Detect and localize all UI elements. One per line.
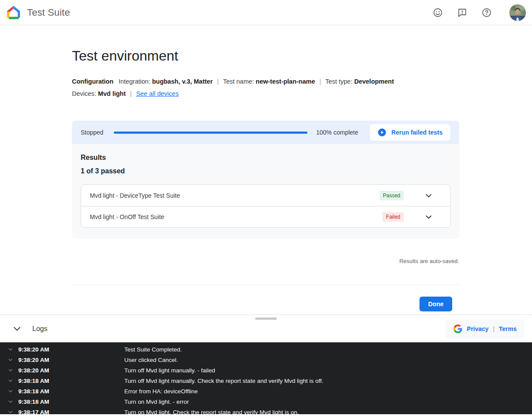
privacy-link[interactable]: Privacy <box>467 325 489 332</box>
log-message: Turn off Mvd light manually. - failed <box>124 367 215 374</box>
legal-card: Privacy | Terms <box>445 319 525 338</box>
integration-value: bugbash, v.3, Matter <box>152 78 213 85</box>
log-row: 9:38:18 AM Turn off Mvd light manually. … <box>0 375 532 386</box>
chevron-down-icon[interactable] <box>7 346 15 353</box>
result-name: Mvd light - OnOff Test Suite <box>90 213 382 220</box>
separator: | <box>130 90 132 97</box>
log-timestamp: 9:38:20 AM <box>18 346 124 353</box>
chevron-down-icon[interactable] <box>7 388 15 395</box>
results-section: Results 1 of 3 passed Mvd light - Device… <box>72 144 459 239</box>
see-all-devices-link[interactable]: See all devices <box>136 90 179 97</box>
log-timestamp: 9:38:18 AM <box>18 399 124 405</box>
chevron-down-icon[interactable] <box>7 367 15 374</box>
rerun-button-label: Rerun failed tests <box>392 129 443 136</box>
log-message: Turn off Mvd light manually. Check the r… <box>124 378 323 384</box>
footer-divider <box>72 285 459 285</box>
app-header: Test Suite <box>0 0 532 25</box>
test-name-label: Test name: <box>223 78 254 85</box>
page-title: Test environment <box>72 48 459 64</box>
log-row: 9:38:20 AM User clicked Cancel. <box>0 355 532 365</box>
log-message: Turn on Mvd light. Check the report stat… <box>124 409 299 415</box>
log-panel: 9:38:20 AM Test Suite Completed. 9:38:20… <box>0 342 532 414</box>
log-timestamp: 9:38:18 AM <box>18 378 124 384</box>
avatar[interactable] <box>509 4 526 21</box>
logs-bar: Logs Privacy | Terms <box>0 314 532 342</box>
status-card: Stopped 100% complete Rerun failed tests… <box>72 121 459 239</box>
separator: | <box>217 78 219 85</box>
chevron-down-icon[interactable] <box>424 212 433 222</box>
avatar-image <box>509 4 526 21</box>
result-name: Mvd light - DeviceType Test Suite <box>90 192 379 199</box>
test-type-label: Test type: <box>325 78 352 85</box>
main-content: Test environment Configuration Integrati… <box>72 48 459 311</box>
configuration-line: Configuration Integration: bugbash, v.3,… <box>72 75 459 88</box>
done-button[interactable]: Done <box>419 297 452 311</box>
log-timestamp: 9:38:18 AM <box>18 388 124 395</box>
separator: | <box>493 325 494 332</box>
log-message: Turn on Mvd light. - error <box>124 399 189 405</box>
done-row: Done <box>72 297 459 311</box>
log-message: Error from HA: deviceOffline <box>124 388 198 395</box>
results-list: Mvd light - DeviceType Test Suite Passed… <box>81 184 450 228</box>
configuration-block: Configuration Integration: bugbash, v.3,… <box>72 75 459 100</box>
send-feedback-icon[interactable] <box>457 7 467 18</box>
status-badge-passed: Passed <box>379 191 404 200</box>
log-message: User clicked Cancel. <box>124 357 178 363</box>
feedback-smiley-icon[interactable] <box>433 7 443 18</box>
log-timestamp: 9:38:20 AM <box>18 367 124 374</box>
log-row: 9:38:20 AM Test Suite Completed. <box>0 344 532 355</box>
results-title: Results <box>81 154 450 162</box>
chevron-down-icon[interactable] <box>7 377 15 384</box>
log-row: 9:38:18 AM Error from HA: deviceOffline <box>0 386 532 396</box>
status-badge-failed: Failed <box>382 212 404 222</box>
progress-label: 100% complete <box>316 129 358 136</box>
progress-bar-fill <box>114 132 307 134</box>
log-timestamp: 9:38:20 AM <box>18 357 124 363</box>
help-icon[interactable] <box>481 7 492 18</box>
log-row: 9:38:18 AM Turn on Mvd light. - error <box>0 396 532 407</box>
log-timestamp: 9:38:17 AM <box>18 409 124 415</box>
separator: | <box>320 78 321 85</box>
integration-label: Integration: <box>119 78 150 85</box>
result-row[interactable]: Mvd light - OnOff Test Suite Failed <box>81 206 450 227</box>
progress-bar <box>114 132 307 134</box>
configuration-label: Configuration <box>72 78 113 85</box>
logs-title: Logs <box>32 325 48 333</box>
test-name-value: new-test-plan-name <box>256 78 315 85</box>
log-row: 9:38:20 AM Turn off Mvd light manually. … <box>0 365 532 375</box>
result-row[interactable]: Mvd light - DeviceType Test Suite Passed <box>81 185 450 206</box>
chevron-down-icon[interactable] <box>424 191 433 200</box>
progress-strip: Stopped 100% complete Rerun failed tests <box>72 121 459 144</box>
log-message: Test Suite Completed. <box>124 346 182 353</box>
rerun-failed-tests-button[interactable]: Rerun failed tests <box>370 124 450 141</box>
panel-drag-handle[interactable] <box>255 318 277 320</box>
google-home-logo-icon <box>6 5 21 20</box>
play-icon <box>378 128 386 137</box>
devices-label: Devices: <box>72 90 96 97</box>
status-state: Stopped <box>81 129 103 136</box>
chevron-down-icon[interactable] <box>7 356 15 363</box>
test-type-value: Development <box>354 78 394 85</box>
devices-value: Mvd light <box>98 90 126 97</box>
terms-link[interactable]: Terms <box>499 325 517 332</box>
logs-collapse-chevron-icon[interactable] <box>11 323 23 335</box>
results-summary: 1 of 3 passed <box>81 167 450 175</box>
chevron-down-icon[interactable] <box>7 398 15 405</box>
autosave-note: Results are auto-saved. <box>72 258 459 264</box>
chevron-down-icon[interactable] <box>7 409 15 414</box>
header-actions <box>433 4 526 21</box>
devices-line: Devices: Mvd light | See all devices <box>72 88 459 100</box>
app-title: Test Suite <box>27 7 70 18</box>
google-logo-icon <box>453 324 463 334</box>
log-row: 9:38:17 AM Turn on Mvd light. Check the … <box>0 407 532 414</box>
